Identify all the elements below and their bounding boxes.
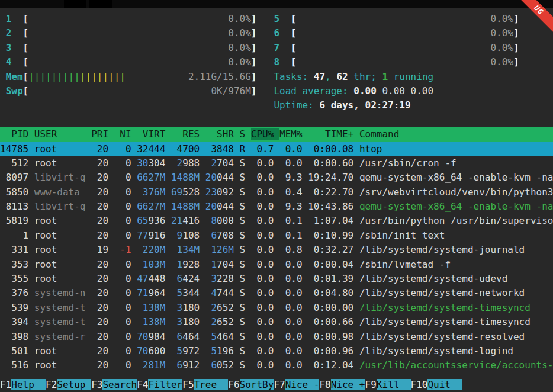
tasks-running-label: running <box>388 71 433 82</box>
process-row-5850[interactable]: 5850 www-data 20 0 376M 69528 23092 S 0.… <box>0 185 553 200</box>
column-header-pid[interactable]: PID <box>0 128 34 140</box>
column-header-shr[interactable]: SHR <box>205 128 240 140</box>
fkey-f5[interactable]: F5Tree <box>182 379 228 390</box>
column-header-pri[interactable]: PRI <box>91 128 114 140</box>
fkey-label: Nice + <box>331 379 365 390</box>
process-row-539[interactable]: 539 systemd-t 20 0 138M 3180 2652 S 0.0 … <box>0 301 553 315</box>
user-cell: root <box>34 244 91 255</box>
virt-cell: 70 <box>137 345 148 356</box>
user-cell: root <box>34 215 91 226</box>
fkey-label: Tree <box>194 379 229 390</box>
column-header-time[interactable]: TIME+ <box>308 128 359 140</box>
state-cell: S <box>240 287 251 298</box>
pid-cell: 512 <box>0 158 34 169</box>
cpu-percent-cell: 0.0 <box>251 331 279 342</box>
process-row-5819[interactable]: 5819 root 20 0 65936 21416 8000 S 0.0 0.… <box>0 214 553 228</box>
swp-meter-row: Swp[ 0K/976M] Load average: 0.00 0.00 0.… <box>0 84 553 98</box>
process-row-512[interactable]: 512 root 20 0 30304 2988 2704 S 0.0 0.0 … <box>0 156 553 171</box>
fkey-number: F6 <box>228 379 239 390</box>
shr-cell-low: 848 <box>217 143 240 155</box>
fkey-label: Search <box>102 379 137 390</box>
swp-meter-value: 0K/976M <box>28 85 251 97</box>
pri-cell: 20 <box>91 273 114 284</box>
process-row-394[interactable]: 394 systemd-t 20 0 138M 3180 2652 S 0.0 … <box>0 315 553 329</box>
pid-cell: 539 <box>0 302 34 313</box>
column-header-mem[interactable]: MEM% <box>279 128 308 140</box>
res-cell-low: 972 <box>182 345 205 356</box>
cpu-percent-cell: 0.0 <box>251 244 279 255</box>
uptime-row: Uptime: 6 days, 02:27:19 <box>0 98 553 113</box>
column-header-s[interactable]: S <box>240 128 251 140</box>
pri-cell: 20 <box>91 230 114 241</box>
mem-percent-cell: 0.0 <box>279 259 308 270</box>
shr-cell-low: 044 <box>217 172 240 183</box>
shr-cell-low: 000 <box>217 215 240 226</box>
meter-close-bracket: ] <box>513 42 519 53</box>
cpu-meter-value: 0.0% <box>28 42 251 53</box>
meter-open-bracket: [ <box>279 42 297 53</box>
process-row-376[interactable]: 376 systemd-n 20 0 71964 5344 4744 S 0.0… <box>0 286 553 300</box>
uptime-label: Uptime: <box>274 99 319 111</box>
fkey-f6[interactable]: F6SortBy <box>228 379 274 390</box>
process-row-8097[interactable]: 8097 libvirt-q 20 0 6627M 1488M 20044 S … <box>0 171 553 185</box>
topbar-segment <box>89 0 112 8</box>
fkey-label: Filter <box>148 379 182 390</box>
meter-close-bracket: ] <box>251 85 257 97</box>
ni-cell: 0 <box>114 273 137 284</box>
virt-cell: 103M <box>137 259 171 270</box>
pid-cell: 394 <box>0 316 34 327</box>
fkey-f10[interactable]: F10Quit <box>411 379 462 390</box>
res-cell: 5 <box>171 345 182 356</box>
fkey-f3[interactable]: F3Search <box>91 379 137 390</box>
fkey-f8[interactable]: F8Nice + <box>319 379 365 390</box>
command-cell: /usr/sbin/cron -f <box>359 158 456 169</box>
mem-percent-cell: 0.4 <box>279 187 308 198</box>
shr-cell: 1 <box>205 259 217 270</box>
column-header-command[interactable]: Command <box>359 128 553 140</box>
user-cell: root <box>34 273 91 284</box>
virt-cell-low: 448 <box>148 273 171 284</box>
command-cell: /lib/systemd/systemd-timesyncd <box>359 302 531 313</box>
column-header-user[interactable]: USER <box>34 128 91 140</box>
process-row-501[interactable]: 501 root 20 0 70600 5972 5196 S 0.0 0.0 … <box>0 344 553 358</box>
user-cell: root <box>34 143 91 155</box>
spacer <box>0 99 274 111</box>
fkey-f7[interactable]: F7Nice - <box>274 379 319 390</box>
fkey-f1[interactable]: F1Help <box>0 379 46 390</box>
res-cell-low: 464 <box>182 331 205 342</box>
user-cell: www-data <box>34 187 91 198</box>
pri-cell: 20 <box>91 172 114 183</box>
mem-percent-cell: 0.1 <box>279 230 308 241</box>
shr-cell-low: 092 <box>217 187 240 198</box>
process-row-331[interactable]: 331 root 19 -1 220M 134M 126M S 0.0 0.8 … <box>0 243 553 257</box>
process-row-355[interactable]: 355 root 20 0 47448 6424 3228 S 0.0 0.0 … <box>0 272 553 286</box>
command-cell: htop <box>359 143 382 155</box>
pri-cell: 20 <box>91 359 114 371</box>
column-header-cpu[interactable]: CPU% <box>251 128 279 140</box>
column-header-virt[interactable]: VIRT <box>137 128 171 140</box>
mem-percent-cell: 0.0 <box>279 316 308 327</box>
shr-cell: 6 <box>205 230 217 241</box>
cpu-meter-value: 0.0% <box>297 27 513 38</box>
column-header-res[interactable]: RES <box>171 128 205 140</box>
res-cell-low: 416 <box>182 215 205 226</box>
virt-cell-low: 916 <box>148 230 171 241</box>
column-header-ni[interactable]: NI <box>114 128 137 140</box>
meter-open-bracket: [ <box>11 13 28 24</box>
process-row-14785[interactable]: 14785 root 20 0 32444 4700 3848 R 0.7 0.… <box>0 142 553 156</box>
meter-close-bracket: ] <box>513 13 519 24</box>
fkey-f2[interactable]: F2Setup <box>46 379 91 390</box>
fkey-f9[interactable]: F9Kill <box>365 379 411 390</box>
process-row-1[interactable]: 1 root 20 0 77916 9108 6708 S 0.0 0.1 0:… <box>0 229 553 243</box>
shr-cell: 4 <box>205 287 217 298</box>
process-row-353[interactable]: 353 root 20 0 103M 1928 1704 S 0.0 0.0 0… <box>0 258 553 272</box>
spacer <box>257 71 274 82</box>
tasks-running-count: 1 <box>382 71 388 82</box>
process-row-516[interactable]: 516 root 20 0 281M 6912 6052 S 0.0 0.0 0… <box>0 358 553 372</box>
fkey-f4[interactable]: F4Filter <box>137 379 182 390</box>
process-row-8113[interactable]: 8113 libvirt-q 20 0 6627M 1488M 20044 S … <box>0 200 553 214</box>
process-row-398[interactable]: 398 systemd-r 20 0 70984 6464 5464 S 0.0… <box>0 330 553 344</box>
time-cell: 0:00.66 <box>308 316 359 327</box>
pri-cell: 20 <box>91 215 114 226</box>
pid-cell: 8097 <box>0 172 34 183</box>
